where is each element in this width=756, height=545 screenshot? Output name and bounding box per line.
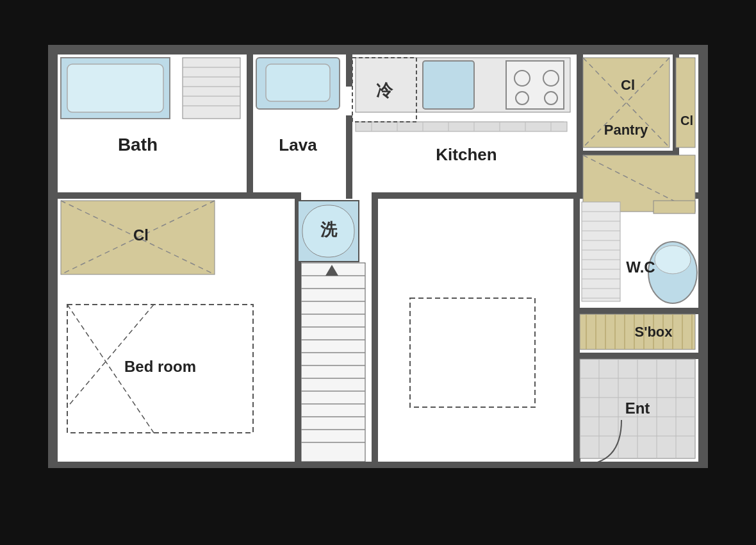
svg-rect-80 (582, 202, 620, 301)
svg-rect-15 (372, 192, 378, 468)
svg-rect-36 (356, 122, 567, 131)
svg-rect-2 (51, 48, 705, 55)
ent-label: Ent (625, 399, 650, 417)
cl-pantry-top-label: Cl (621, 77, 635, 93)
svg-rect-4 (51, 48, 58, 465)
svg-rect-117 (51, 462, 304, 467)
svg-rect-6 (51, 192, 295, 199)
svg-rect-11 (577, 48, 583, 199)
pantry-label: Pantry (604, 122, 648, 138)
rei-label: 冷 (376, 81, 393, 100)
svg-rect-5 (698, 48, 705, 465)
svg-point-78 (655, 246, 691, 274)
svg-rect-9 (346, 48, 352, 87)
svg-rect-17 (573, 353, 705, 359)
kitchen-label: Kitchen (436, 145, 497, 164)
sen-label: 洗 (320, 220, 338, 239)
bath-label: Bath (118, 135, 158, 155)
svg-rect-8 (247, 48, 253, 199)
wc-label: W.C (626, 258, 655, 276)
svg-rect-20 (67, 64, 163, 112)
svg-rect-60 (301, 263, 365, 462)
svg-rect-28 (266, 64, 330, 101)
sbox-label: S'box (634, 324, 673, 340)
cl-pantry-right-label: Cl (680, 113, 693, 128)
svg-rect-47 (676, 58, 695, 147)
floor-plan: Bath Lava Kitchen Pantry Cl Cl Cl 洗 冷 W.… (26, 22, 730, 523)
svg-rect-118 (372, 462, 577, 467)
svg-rect-21 (183, 58, 240, 119)
svg-rect-30 (423, 61, 474, 109)
bedroom-label: Bed room (124, 358, 196, 375)
cl-bedroom-label: Cl (133, 226, 149, 244)
lava-label: Lava (279, 135, 317, 155)
svg-rect-10 (346, 115, 352, 199)
svg-rect-14 (573, 192, 580, 468)
svg-rect-16 (573, 308, 705, 314)
svg-rect-79 (653, 201, 695, 214)
